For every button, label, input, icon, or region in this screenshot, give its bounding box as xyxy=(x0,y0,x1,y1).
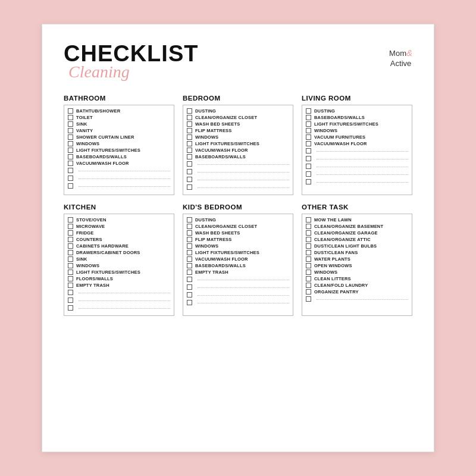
checkbox-icon[interactable] xyxy=(187,263,192,268)
checkbox-icon[interactable] xyxy=(68,161,73,166)
item-label: DUST/CLEAN FANS xyxy=(314,250,358,255)
checkbox-icon[interactable] xyxy=(68,128,73,133)
checkbox-icon[interactable] xyxy=(187,154,192,159)
checkbox-icon[interactable] xyxy=(187,237,192,242)
item-label: SINK xyxy=(76,121,87,127)
checkbox-icon[interactable] xyxy=(306,230,311,236)
checkbox-icon[interactable] xyxy=(306,296,311,302)
checkbox-icon[interactable] xyxy=(187,277,192,282)
checkbox-icon[interactable] xyxy=(68,230,73,236)
list-item: DUSTING xyxy=(187,217,289,223)
list-item: VACUUM/WASH FLOOR xyxy=(68,161,170,166)
checkbox-icon[interactable] xyxy=(306,108,311,114)
checkbox-icon[interactable] xyxy=(306,128,311,133)
list-item: STOVE/OVEN xyxy=(68,217,170,223)
checkbox-icon[interactable] xyxy=(68,148,73,153)
checkbox-icon[interactable] xyxy=(187,148,192,153)
checkbox-icon[interactable] xyxy=(68,141,73,146)
checkbox-icon[interactable] xyxy=(187,128,192,133)
blank-item xyxy=(68,289,170,296)
checkbox-icon[interactable] xyxy=(68,256,73,262)
checkbox-icon[interactable] xyxy=(187,161,192,167)
checkbox-icon[interactable] xyxy=(306,156,311,161)
section-box-bathroom: BATHTUB/SHOWERTOILETSINKVANITYSHOWER CUR… xyxy=(64,105,174,195)
title-block: CHECKLIST Cleaning xyxy=(64,42,198,82)
list-item: VACUUM/WASH FLOOR xyxy=(306,141,408,146)
blank-line xyxy=(198,280,289,280)
checkbox-icon[interactable] xyxy=(306,217,311,223)
checkbox-icon[interactable] xyxy=(68,250,73,255)
checkbox-icon[interactable] xyxy=(306,237,311,242)
checkbox-icon[interactable] xyxy=(187,141,192,146)
checkbox-icon[interactable] xyxy=(187,177,192,182)
checkbox-icon[interactable] xyxy=(306,224,311,229)
checkbox-icon[interactable] xyxy=(187,284,192,290)
blank-line xyxy=(79,178,170,179)
list-item: LIGHT FIXTURES/SWITCHES xyxy=(306,121,408,127)
checkbox-icon[interactable] xyxy=(306,276,311,281)
checkbox-icon[interactable] xyxy=(68,134,73,140)
checkbox-icon[interactable] xyxy=(68,183,73,189)
item-label: EMPTY TRASH xyxy=(195,270,228,275)
checkbox-icon[interactable] xyxy=(187,243,192,249)
checkbox-icon[interactable] xyxy=(306,250,311,255)
checkbox-icon[interactable] xyxy=(68,298,73,303)
checkbox-icon[interactable] xyxy=(68,263,73,268)
checkbox-icon[interactable] xyxy=(68,224,73,229)
section-box-living-room: DUSTINGBASEBOARDS/WALLSLIGHT FIXTURES/SW… xyxy=(302,105,412,195)
checkbox-icon[interactable] xyxy=(68,243,73,249)
checkbox-icon[interactable] xyxy=(187,230,192,236)
checkbox-icon[interactable] xyxy=(306,121,311,127)
checkbox-icon[interactable] xyxy=(68,217,73,223)
checkbox-icon[interactable] xyxy=(306,289,311,295)
checkbox-icon[interactable] xyxy=(306,270,311,275)
checkbox-icon[interactable] xyxy=(306,141,311,146)
list-item: CLEAN/ORGANIZE ATTIC xyxy=(306,237,408,242)
checkbox-icon[interactable] xyxy=(68,305,73,311)
checkbox-icon[interactable] xyxy=(187,115,192,120)
item-label: LIGHT FIXTURES/SWITCHES xyxy=(76,270,140,275)
item-label: LIGHT FIXTURES/SWITCHES xyxy=(195,250,259,255)
checkbox-icon[interactable] xyxy=(187,121,192,127)
checkbox-icon[interactable] xyxy=(187,169,192,174)
checkbox-icon[interactable] xyxy=(68,115,73,120)
checkbox-icon[interactable] xyxy=(68,108,73,114)
checkbox-icon[interactable] xyxy=(187,292,192,298)
checkbox-icon[interactable] xyxy=(306,179,311,184)
item-label: DUST/CLEAN LIGHT BULBS xyxy=(314,243,377,249)
checkbox-icon[interactable] xyxy=(187,270,192,275)
checkbox-icon[interactable] xyxy=(68,276,73,281)
checkbox-icon[interactable] xyxy=(306,164,311,169)
checkbox-icon[interactable] xyxy=(187,184,192,190)
checkbox-icon[interactable] xyxy=(68,168,73,173)
checkbox-icon[interactable] xyxy=(306,283,311,288)
checkbox-icon[interactable] xyxy=(306,263,311,268)
checkbox-icon[interactable] xyxy=(306,256,311,262)
checkbox-icon[interactable] xyxy=(187,134,192,140)
checkbox-icon[interactable] xyxy=(68,121,73,127)
checkbox-icon[interactable] xyxy=(68,270,73,275)
item-label: BASEBOARDS/WALLS xyxy=(76,154,127,159)
checkbox-icon[interactable] xyxy=(187,224,192,229)
checkbox-icon[interactable] xyxy=(306,115,311,120)
blank-item xyxy=(187,184,289,190)
checkbox-icon[interactable] xyxy=(187,250,192,255)
blank-line xyxy=(79,171,170,171)
checkbox-icon[interactable] xyxy=(187,300,192,305)
checkbox-icon[interactable] xyxy=(68,176,73,181)
item-label: VACUUM/WASH FLOOR xyxy=(314,141,367,146)
checkbox-icon[interactable] xyxy=(187,256,192,262)
checkbox-icon[interactable] xyxy=(68,290,73,295)
checkbox-icon[interactable] xyxy=(68,154,73,159)
checkbox-icon[interactable] xyxy=(306,243,311,249)
item-label: WINDOWS xyxy=(314,128,337,133)
checkbox-icon[interactable] xyxy=(187,217,192,223)
checkbox-icon[interactable] xyxy=(187,108,192,114)
checkbox-icon[interactable] xyxy=(306,148,311,154)
checkbox-icon[interactable] xyxy=(306,171,311,177)
checkbox-icon[interactable] xyxy=(306,134,311,140)
header: CHECKLIST Cleaning Mom&Active xyxy=(64,42,412,82)
checkbox-icon[interactable] xyxy=(68,237,73,242)
list-item: LIGHT FIXTURES/SWITCHES xyxy=(187,250,289,255)
checkbox-icon[interactable] xyxy=(68,283,73,288)
